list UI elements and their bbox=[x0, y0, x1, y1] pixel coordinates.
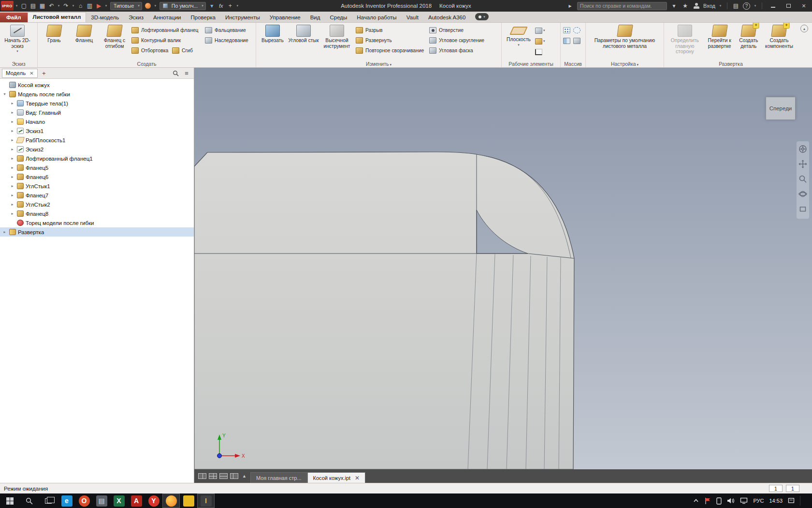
select-tool-icon[interactable] bbox=[95, 1, 103, 10]
tree-expand-arrow[interactable]: ▸ bbox=[10, 165, 15, 170]
tree-expand-arrow[interactable]: ▸ bbox=[10, 202, 15, 207]
ribbon-tab-sheet-metal[interactable]: Листовой металл bbox=[28, 12, 87, 22]
ribbon-tab-3d-model[interactable]: 3D-модель bbox=[86, 13, 124, 22]
ribbon-tab-file[interactable]: Файл bbox=[0, 13, 28, 22]
taskbar-app-sticky-notes[interactable] bbox=[180, 493, 197, 508]
browser-search-icon[interactable] bbox=[171, 69, 180, 77]
sketch-pattern-button[interactable] bbox=[572, 36, 581, 45]
ribbon-tab-get-started[interactable]: Начало работы bbox=[352, 13, 401, 22]
go-to-flat-pattern-button[interactable]: Перейти к развертке bbox=[704, 23, 735, 60]
taskbar-app-edge-browser[interactable]: e bbox=[58, 493, 75, 508]
open-file-icon[interactable] bbox=[29, 1, 37, 10]
tree-item[interactable]: ▸УглСтык2 bbox=[0, 200, 194, 209]
close-browser-tab-icon[interactable]: ✕ bbox=[29, 71, 33, 76]
corner-round-button[interactable]: Угловое скругление bbox=[428, 36, 492, 45]
tree-expand-arrow[interactable]: ▸ bbox=[10, 193, 15, 197]
circular-pattern-button[interactable] bbox=[572, 25, 581, 35]
tree-item[interactable]: Косой кожух bbox=[0, 80, 194, 90]
taskbar-app-file-explorer[interactable]: ▤ bbox=[93, 493, 110, 508]
tree-item[interactable]: ▸УглСтык1 bbox=[0, 181, 194, 191]
work-axis-button[interactable]: ▾ bbox=[534, 26, 546, 35]
browser-menu-icon[interactable]: ≡ bbox=[182, 69, 191, 77]
tree-item[interactable]: ▾Модель после гибки bbox=[0, 90, 194, 99]
add-browser-tab-button[interactable]: + bbox=[40, 70, 48, 77]
ribbon-tab-manage[interactable]: Управление bbox=[265, 13, 305, 22]
tree-expand-arrow[interactable]: ▸ bbox=[10, 184, 15, 188]
ribbon-tab-view[interactable]: Вид bbox=[305, 13, 325, 22]
ribbon-tab-sketch[interactable]: Эскиз bbox=[124, 13, 148, 22]
device-icon[interactable] bbox=[716, 497, 722, 505]
ribbon-tab-environments[interactable]: Среды bbox=[325, 13, 352, 22]
mirror-button[interactable] bbox=[562, 36, 571, 45]
look-at-icon[interactable] bbox=[798, 205, 807, 215]
rectangular-pattern-button[interactable] bbox=[562, 25, 571, 35]
a-side-button[interactable]: Определить главную сторону bbox=[666, 23, 704, 60]
doc-tab[interactable]: Моя главная стр... bbox=[250, 472, 307, 483]
a360-services-button[interactable]: ▾ bbox=[475, 13, 489, 20]
punch-tool-button[interactable]: Высечной инструмент bbox=[319, 23, 354, 60]
hole-button[interactable]: Отверстие bbox=[428, 26, 492, 35]
volume-icon[interactable] bbox=[727, 497, 735, 504]
unfold-button[interactable]: Развернуть bbox=[354, 36, 428, 45]
print-icon[interactable] bbox=[86, 1, 94, 10]
keyboard-language[interactable]: РУС bbox=[753, 498, 764, 504]
measure-plus-icon[interactable] bbox=[226, 1, 234, 10]
create-part-button[interactable]: Создать деталь bbox=[735, 23, 762, 60]
ribbon-tab-vault[interactable]: Vault bbox=[402, 13, 423, 22]
sync-error-flag-icon[interactable] bbox=[704, 497, 711, 505]
tree-item[interactable]: ▸Начало bbox=[0, 117, 194, 126]
tree-item[interactable]: ▸Эскиз1 bbox=[0, 126, 194, 135]
appearance-dropdown[interactable]: По умолч... ▾ bbox=[160, 2, 206, 10]
doc-tab[interactable]: Косой кожух.ipt✕ bbox=[307, 472, 366, 483]
help-search-input[interactable] bbox=[577, 2, 667, 10]
tree-expand-arrow[interactable]: ▸ bbox=[10, 120, 15, 124]
parameters-fx-icon[interactable]: fx bbox=[217, 1, 225, 10]
tree-item[interactable]: ▸Фланец7 bbox=[0, 191, 194, 200]
tree-item[interactable]: ▸Развертка bbox=[0, 227, 194, 237]
help-icon[interactable]: ? bbox=[743, 2, 750, 10]
ribbon-tab-tools[interactable]: Инструменты bbox=[220, 13, 265, 22]
taskbar-app-firefox[interactable] bbox=[162, 493, 180, 508]
tree-item[interactable]: ▸Эскиз2 bbox=[0, 145, 194, 154]
help-caret-icon[interactable] bbox=[753, 1, 757, 10]
tile-horizontal-icon[interactable] bbox=[219, 473, 228, 479]
tree-expand-arrow[interactable]: ▾ bbox=[2, 92, 7, 96]
tree-expand-arrow[interactable]: ▸ bbox=[10, 101, 15, 105]
minimize-button[interactable] bbox=[767, 1, 779, 11]
tree-item[interactable]: ▸РабПлоскость1 bbox=[0, 135, 194, 145]
tree-item[interactable]: ▸Вид: Главный bbox=[0, 108, 194, 117]
hidden-icons-chevron-icon[interactable] bbox=[693, 498, 699, 504]
contour-roll-button[interactable]: Контурный валик bbox=[130, 36, 203, 45]
work-point-button[interactable]: ▾ bbox=[534, 36, 546, 46]
tree-expand-arrow[interactable]: ▸ bbox=[10, 211, 15, 216]
zoom-icon[interactable] bbox=[798, 175, 807, 185]
tile-vertical-icon[interactable] bbox=[198, 473, 206, 479]
taskbar-app-inventor[interactable]: I bbox=[197, 493, 215, 508]
home-view-icon[interactable] bbox=[76, 1, 85, 10]
sheet-metal-defaults-button[interactable]: Параметры по умолчанию листового металла bbox=[589, 23, 661, 60]
full-navigation-wheel-icon[interactable] bbox=[798, 145, 807, 155]
tile-split-icon[interactable] bbox=[230, 473, 238, 479]
styles-dropdown[interactable]: Типовые ▾ bbox=[110, 2, 142, 10]
close-doc-tab-icon[interactable]: ✕ bbox=[355, 475, 360, 481]
start-2d-sketch-button[interactable]: Начать 2D-эскиз ▾ bbox=[1, 23, 33, 60]
taskbar-app-excel[interactable]: X bbox=[110, 493, 128, 508]
material-ball-icon[interactable] bbox=[144, 1, 152, 10]
tree-expand-arrow[interactable]: ▸ bbox=[10, 110, 15, 115]
refold-button[interactable]: Повторное сворачивание bbox=[354, 46, 428, 55]
exchange-apps-icon[interactable] bbox=[732, 1, 740, 10]
viewcube[interactable]: Спереди bbox=[766, 97, 796, 120]
taskbar-app-yandex-browser[interactable]: Y bbox=[145, 493, 162, 508]
redo-caret-icon[interactable] bbox=[71, 1, 75, 10]
cut-button[interactable]: Вырезать bbox=[258, 23, 288, 60]
search-flyout-icon[interactable] bbox=[566, 1, 574, 10]
ribbon-collapse-button[interactable]: ▴ bbox=[800, 25, 808, 32]
search-options-caret-icon[interactable] bbox=[670, 1, 678, 10]
network-icon[interactable] bbox=[740, 497, 748, 504]
group-label-setup[interactable]: Настройка bbox=[586, 61, 664, 67]
select-caret-icon[interactable] bbox=[104, 1, 108, 10]
save-icon[interactable] bbox=[38, 1, 46, 10]
taskbar-search-button[interactable] bbox=[19, 493, 39, 508]
tree-expand-arrow[interactable]: ▸ bbox=[10, 138, 15, 142]
material-caret-icon[interactable] bbox=[153, 1, 158, 10]
